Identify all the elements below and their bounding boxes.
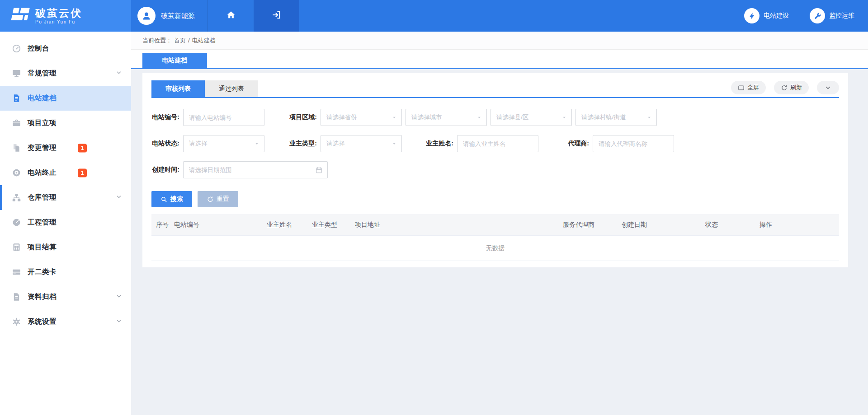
owner-type-label: 业主类型:	[286, 140, 321, 148]
owner-name-input[interactable]	[457, 135, 538, 152]
owner-name-label: 业主姓名:	[424, 140, 457, 148]
reset-icon	[207, 196, 213, 203]
station-status-select[interactable]: 请选择	[183, 135, 264, 152]
page-tab-station-filing[interactable]: 电站建档	[142, 53, 207, 68]
brand-title: 破茧云伏	[35, 8, 82, 19]
bank-card-icon	[11, 267, 21, 277]
collapse-button[interactable]	[817, 81, 839, 94]
sidebar-item-station-filing[interactable]: 电站建档	[0, 86, 131, 111]
chevron-down-icon	[116, 194, 122, 202]
caret-down-icon	[254, 141, 259, 146]
sidebar-item-label: 控制台	[28, 44, 49, 53]
breadcrumb-prefix: 当前位置：	[142, 37, 172, 45]
wrench-icon	[810, 8, 825, 23]
sidebar-item-type2-card[interactable]: 开二类卡	[0, 260, 131, 284]
chevron-down-icon	[116, 70, 122, 78]
reset-label: 重置	[217, 195, 229, 203]
logout-button[interactable]	[254, 0, 299, 32]
home-icon	[226, 10, 236, 22]
sidebar-item-label: 仓库管理	[28, 193, 57, 202]
tab-approved-list[interactable]: 通过列表	[205, 80, 258, 97]
app-link-station-construction[interactable]: 电站建设	[744, 8, 789, 23]
sidebar-item-project-settlement[interactable]: 项目结算	[0, 235, 131, 260]
sidebar-item-project-initiation[interactable]: 项目立项	[0, 111, 131, 135]
city-select[interactable]: 请选择城市	[406, 109, 487, 126]
sidebar-item-label: 项目结算	[28, 242, 57, 252]
province-select[interactable]: 请选择省份	[321, 109, 402, 126]
chevron-down-icon	[825, 84, 831, 91]
sidebar-item-general-mgmt[interactable]: 常规管理	[0, 61, 131, 86]
col-service-agent: 服务代理商	[558, 221, 617, 229]
create-time-label: 创建时间:	[151, 166, 183, 174]
sitemap-icon	[11, 193, 21, 203]
caret-down-icon	[476, 115, 482, 120]
refresh-icon	[781, 84, 788, 91]
col-owner-name: 业主姓名	[262, 221, 307, 229]
exit-arrow-icon	[272, 10, 282, 22]
table-header: 序号 电站编号 业主姓名 业主类型 项目地址 服务代理商 创建日期 状态 操作	[151, 214, 839, 236]
gear-icon	[11, 317, 21, 327]
lightning-icon	[744, 8, 760, 23]
sidebar-item-label: 电站建档	[28, 93, 57, 103]
reset-button[interactable]: 重置	[198, 191, 238, 207]
refresh-button[interactable]: 刷新	[774, 81, 809, 94]
tab-review-list[interactable]: 审核列表	[151, 80, 205, 97]
region-label: 项目区域:	[286, 113, 321, 121]
company-name: 破茧新能源	[161, 12, 195, 20]
search-icon	[160, 196, 167, 203]
sidebar-item-label: 项目立项	[28, 118, 57, 128]
owner-type-select[interactable]: 请选择	[321, 135, 402, 152]
sidebar-item-station-termination[interactable]: 电站终止 1	[0, 160, 131, 185]
document-icon	[11, 93, 21, 103]
col-index: 序号	[151, 221, 170, 229]
date-range-picker[interactable]	[183, 161, 328, 178]
station-no-input[interactable]	[183, 109, 264, 126]
app-label: 监控运维	[829, 12, 854, 20]
col-status: 状态	[701, 221, 755, 229]
page-tab-bar: 电站建档	[131, 50, 868, 69]
notification-badge: 1	[78, 168, 87, 177]
file-icon	[11, 292, 21, 302]
home-button[interactable]	[208, 0, 254, 32]
sidebar-item-system-settings[interactable]: 系统设置	[0, 309, 131, 334]
caret-down-icon	[392, 141, 397, 146]
brand-logo-icon	[9, 6, 31, 26]
caret-down-icon	[392, 115, 397, 120]
fullscreen-button[interactable]: 全屏	[731, 81, 766, 94]
app-link-monitoring-ops[interactable]: 监控运维	[810, 8, 854, 23]
calculator-icon	[11, 242, 21, 252]
agent-label: 代理商:	[560, 140, 593, 148]
sidebar-item-label: 资料归档	[28, 292, 57, 302]
search-button[interactable]: 搜索	[151, 191, 192, 207]
breadcrumb-current: 电站建档	[192, 37, 216, 45]
county-select[interactable]: 请选择县/区	[491, 109, 572, 126]
town-select[interactable]: 请选择村镇/街道	[576, 109, 657, 126]
chevron-down-icon	[116, 318, 122, 326]
sidebar-item-label: 变更管理	[28, 143, 57, 153]
briefcase-icon	[11, 118, 21, 128]
sidebar-item-label: 常规管理	[28, 69, 57, 78]
breadcrumb: 当前位置： 首页 / 电站建档	[131, 32, 868, 50]
sidebar-item-console[interactable]: 控制台	[0, 36, 131, 61]
top-header: 破茧云伏 Po Jian Yun Fu 破茧新能源	[0, 0, 868, 32]
user-chip[interactable]: 破茧新能源	[131, 0, 208, 32]
fullscreen-label: 全屏	[747, 84, 759, 92]
agent-input[interactable]	[593, 135, 674, 152]
sidebar-item-data-archive[interactable]: 资料归档	[0, 284, 131, 309]
chevron-down-icon	[116, 293, 122, 301]
sidebar-item-warehouse-mgmt[interactable]: 仓库管理	[0, 185, 131, 210]
caret-down-icon	[561, 115, 567, 120]
sidebar-item-engineering-mgmt[interactable]: 工程管理	[0, 210, 131, 235]
sidebar-item-change-mgmt[interactable]: 变更管理 1	[0, 135, 131, 160]
pages-icon	[11, 143, 21, 153]
date-range-input[interactable]	[189, 167, 315, 173]
calendar-icon	[315, 166, 323, 174]
col-owner-type: 业主类型	[307, 221, 350, 229]
app-label: 电站建设	[764, 12, 789, 20]
col-create-date: 创建日期	[617, 221, 701, 229]
list-panel: 审核列表 通过列表 全屏 刷新	[142, 73, 848, 267]
breadcrumb-home-link[interactable]: 首页	[174, 37, 186, 45]
filter-form: 电站编号: 项目区域: 请选择省份 请选择城市	[151, 98, 839, 178]
monitor-icon	[11, 69, 21, 79]
table-empty-state: 无数据	[151, 236, 839, 261]
